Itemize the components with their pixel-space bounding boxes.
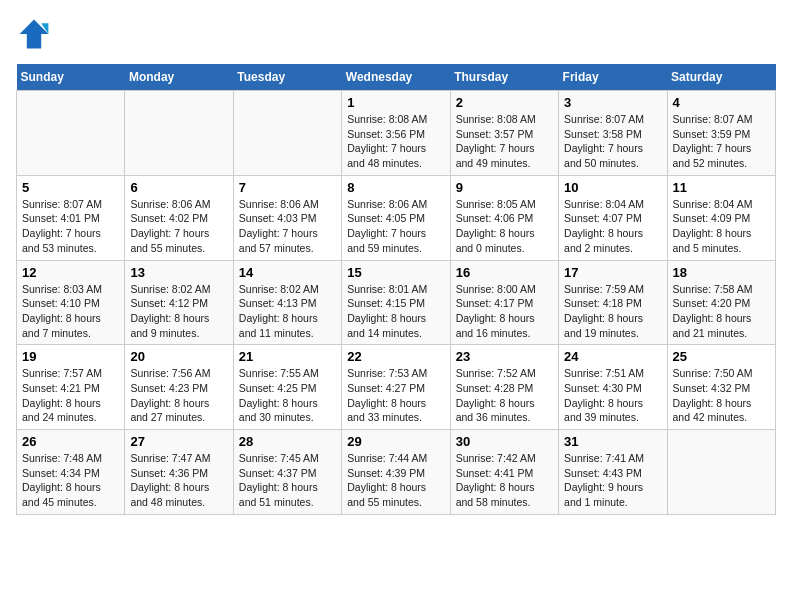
day-info: Sunrise: 8:04 AM Sunset: 4:07 PM Dayligh… (564, 197, 661, 256)
header-cell-monday: Monday (125, 64, 233, 91)
calendar-cell: 13Sunrise: 8:02 AM Sunset: 4:12 PM Dayli… (125, 260, 233, 345)
calendar-cell: 10Sunrise: 8:04 AM Sunset: 4:07 PM Dayli… (559, 175, 667, 260)
header-cell-wednesday: Wednesday (342, 64, 450, 91)
day-number: 28 (239, 434, 336, 449)
logo-icon (16, 16, 52, 52)
calendar-cell: 24Sunrise: 7:51 AM Sunset: 4:30 PM Dayli… (559, 345, 667, 430)
day-info: Sunrise: 7:52 AM Sunset: 4:28 PM Dayligh… (456, 366, 553, 425)
day-number: 18 (673, 265, 770, 280)
day-info: Sunrise: 8:07 AM Sunset: 3:59 PM Dayligh… (673, 112, 770, 171)
day-number: 24 (564, 349, 661, 364)
calendar-cell: 29Sunrise: 7:44 AM Sunset: 4:39 PM Dayli… (342, 430, 450, 515)
logo (16, 16, 56, 52)
day-number: 25 (673, 349, 770, 364)
day-info: Sunrise: 8:07 AM Sunset: 3:58 PM Dayligh… (564, 112, 661, 171)
calendar-cell: 3Sunrise: 8:07 AM Sunset: 3:58 PM Daylig… (559, 91, 667, 176)
header-row: SundayMondayTuesdayWednesdayThursdayFrid… (17, 64, 776, 91)
day-info: Sunrise: 8:07 AM Sunset: 4:01 PM Dayligh… (22, 197, 119, 256)
calendar-cell: 18Sunrise: 7:58 AM Sunset: 4:20 PM Dayli… (667, 260, 775, 345)
day-info: Sunrise: 8:01 AM Sunset: 4:15 PM Dayligh… (347, 282, 444, 341)
day-number: 13 (130, 265, 227, 280)
calendar-cell: 25Sunrise: 7:50 AM Sunset: 4:32 PM Dayli… (667, 345, 775, 430)
day-info: Sunrise: 7:55 AM Sunset: 4:25 PM Dayligh… (239, 366, 336, 425)
day-info: Sunrise: 7:53 AM Sunset: 4:27 PM Dayligh… (347, 366, 444, 425)
calendar-cell: 2Sunrise: 8:08 AM Sunset: 3:57 PM Daylig… (450, 91, 558, 176)
calendar-cell: 21Sunrise: 7:55 AM Sunset: 4:25 PM Dayli… (233, 345, 341, 430)
day-info: Sunrise: 7:56 AM Sunset: 4:23 PM Dayligh… (130, 366, 227, 425)
day-number: 19 (22, 349, 119, 364)
day-info: Sunrise: 7:51 AM Sunset: 4:30 PM Dayligh… (564, 366, 661, 425)
calendar-cell (125, 91, 233, 176)
week-row-1: 1Sunrise: 8:08 AM Sunset: 3:56 PM Daylig… (17, 91, 776, 176)
calendar-cell: 12Sunrise: 8:03 AM Sunset: 4:10 PM Dayli… (17, 260, 125, 345)
calendar-cell: 6Sunrise: 8:06 AM Sunset: 4:02 PM Daylig… (125, 175, 233, 260)
calendar-cell: 23Sunrise: 7:52 AM Sunset: 4:28 PM Dayli… (450, 345, 558, 430)
calendar-cell: 22Sunrise: 7:53 AM Sunset: 4:27 PM Dayli… (342, 345, 450, 430)
calendar-cell: 28Sunrise: 7:45 AM Sunset: 4:37 PM Dayli… (233, 430, 341, 515)
calendar-cell: 8Sunrise: 8:06 AM Sunset: 4:05 PM Daylig… (342, 175, 450, 260)
day-number: 31 (564, 434, 661, 449)
day-info: Sunrise: 7:48 AM Sunset: 4:34 PM Dayligh… (22, 451, 119, 510)
day-info: Sunrise: 7:45 AM Sunset: 4:37 PM Dayligh… (239, 451, 336, 510)
header-cell-thursday: Thursday (450, 64, 558, 91)
day-number: 1 (347, 95, 444, 110)
day-info: Sunrise: 8:08 AM Sunset: 3:56 PM Dayligh… (347, 112, 444, 171)
day-number: 29 (347, 434, 444, 449)
day-info: Sunrise: 8:03 AM Sunset: 4:10 PM Dayligh… (22, 282, 119, 341)
day-number: 2 (456, 95, 553, 110)
day-number: 5 (22, 180, 119, 195)
day-info: Sunrise: 7:59 AM Sunset: 4:18 PM Dayligh… (564, 282, 661, 341)
day-number: 21 (239, 349, 336, 364)
calendar-cell (233, 91, 341, 176)
calendar-cell: 31Sunrise: 7:41 AM Sunset: 4:43 PM Dayli… (559, 430, 667, 515)
calendar-cell: 27Sunrise: 7:47 AM Sunset: 4:36 PM Dayli… (125, 430, 233, 515)
calendar-cell (17, 91, 125, 176)
day-info: Sunrise: 8:02 AM Sunset: 4:13 PM Dayligh… (239, 282, 336, 341)
day-info: Sunrise: 8:06 AM Sunset: 4:05 PM Dayligh… (347, 197, 444, 256)
calendar-cell: 14Sunrise: 8:02 AM Sunset: 4:13 PM Dayli… (233, 260, 341, 345)
week-row-3: 12Sunrise: 8:03 AM Sunset: 4:10 PM Dayli… (17, 260, 776, 345)
day-number: 11 (673, 180, 770, 195)
day-number: 7 (239, 180, 336, 195)
day-number: 16 (456, 265, 553, 280)
calendar-cell: 9Sunrise: 8:05 AM Sunset: 4:06 PM Daylig… (450, 175, 558, 260)
calendar-cell: 5Sunrise: 8:07 AM Sunset: 4:01 PM Daylig… (17, 175, 125, 260)
header (16, 16, 776, 52)
header-cell-friday: Friday (559, 64, 667, 91)
day-info: Sunrise: 7:47 AM Sunset: 4:36 PM Dayligh… (130, 451, 227, 510)
calendar-cell: 17Sunrise: 7:59 AM Sunset: 4:18 PM Dayli… (559, 260, 667, 345)
day-number: 15 (347, 265, 444, 280)
calendar-cell: 7Sunrise: 8:06 AM Sunset: 4:03 PM Daylig… (233, 175, 341, 260)
calendar-cell: 30Sunrise: 7:42 AM Sunset: 4:41 PM Dayli… (450, 430, 558, 515)
day-number: 17 (564, 265, 661, 280)
day-info: Sunrise: 8:06 AM Sunset: 4:02 PM Dayligh… (130, 197, 227, 256)
week-row-5: 26Sunrise: 7:48 AM Sunset: 4:34 PM Dayli… (17, 430, 776, 515)
day-number: 8 (347, 180, 444, 195)
day-info: Sunrise: 8:00 AM Sunset: 4:17 PM Dayligh… (456, 282, 553, 341)
calendar-cell: 19Sunrise: 7:57 AM Sunset: 4:21 PM Dayli… (17, 345, 125, 430)
calendar-cell: 1Sunrise: 8:08 AM Sunset: 3:56 PM Daylig… (342, 91, 450, 176)
day-info: Sunrise: 7:41 AM Sunset: 4:43 PM Dayligh… (564, 451, 661, 510)
day-number: 22 (347, 349, 444, 364)
day-number: 12 (22, 265, 119, 280)
day-number: 27 (130, 434, 227, 449)
calendar-cell: 15Sunrise: 8:01 AM Sunset: 4:15 PM Dayli… (342, 260, 450, 345)
week-row-4: 19Sunrise: 7:57 AM Sunset: 4:21 PM Dayli… (17, 345, 776, 430)
day-info: Sunrise: 7:44 AM Sunset: 4:39 PM Dayligh… (347, 451, 444, 510)
day-info: Sunrise: 8:06 AM Sunset: 4:03 PM Dayligh… (239, 197, 336, 256)
day-number: 9 (456, 180, 553, 195)
day-number: 6 (130, 180, 227, 195)
day-info: Sunrise: 8:02 AM Sunset: 4:12 PM Dayligh… (130, 282, 227, 341)
day-number: 4 (673, 95, 770, 110)
day-info: Sunrise: 8:08 AM Sunset: 3:57 PM Dayligh… (456, 112, 553, 171)
calendar-cell (667, 430, 775, 515)
day-info: Sunrise: 8:05 AM Sunset: 4:06 PM Dayligh… (456, 197, 553, 256)
header-cell-sunday: Sunday (17, 64, 125, 91)
calendar-cell: 11Sunrise: 8:04 AM Sunset: 4:09 PM Dayli… (667, 175, 775, 260)
calendar-cell: 20Sunrise: 7:56 AM Sunset: 4:23 PM Dayli… (125, 345, 233, 430)
day-number: 23 (456, 349, 553, 364)
calendar-table: SundayMondayTuesdayWednesdayThursdayFrid… (16, 64, 776, 515)
day-number: 10 (564, 180, 661, 195)
day-number: 3 (564, 95, 661, 110)
day-number: 20 (130, 349, 227, 364)
